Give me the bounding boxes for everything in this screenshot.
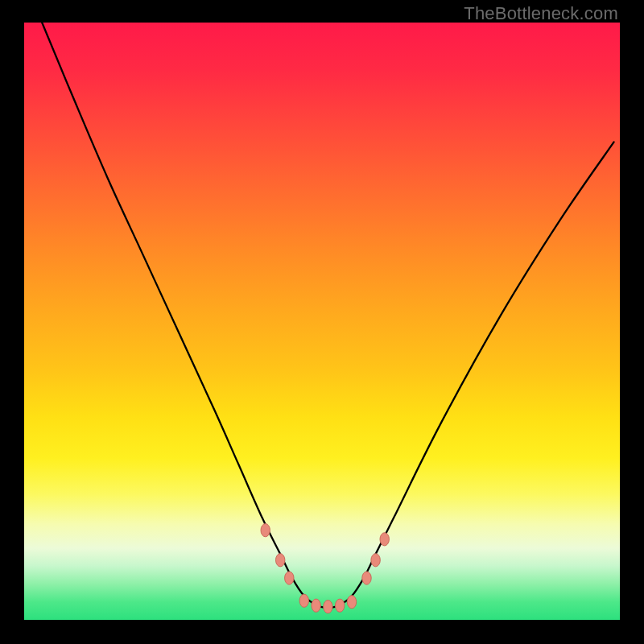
- bottom-markers-group: [261, 524, 389, 613]
- marker-3: [299, 594, 308, 607]
- marker-7: [347, 596, 356, 609]
- bottleneck-curve-svg: [24, 23, 620, 620]
- marker-5: [324, 601, 332, 613]
- attribution-text: TheBottleneck.com: [464, 3, 618, 24]
- bottleneck-curve-path: [42, 23, 613, 608]
- chart-frame: { "attribution": "TheBottleneck.com", "c…: [0, 0, 644, 644]
- marker-10: [380, 533, 389, 546]
- marker-2: [285, 572, 294, 584]
- marker-1: [276, 554, 285, 567]
- marker-8: [362, 572, 371, 584]
- marker-0: [261, 524, 270, 537]
- plot-area: [24, 23, 620, 620]
- marker-6: [336, 599, 345, 612]
- marker-9: [371, 554, 380, 567]
- marker-4: [312, 599, 320, 612]
